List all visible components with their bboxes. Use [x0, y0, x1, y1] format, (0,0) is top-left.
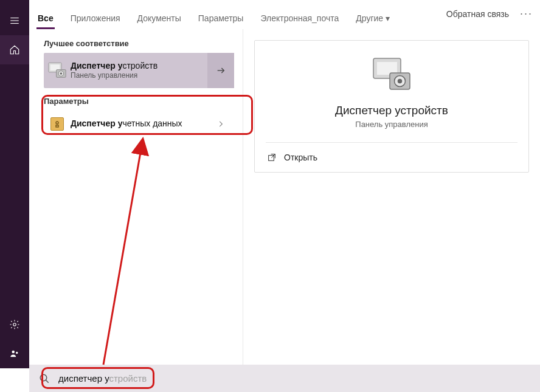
tab-all[interactable]: Все: [29, 13, 62, 29]
divider: [266, 142, 518, 143]
user-switch-icon: [9, 348, 20, 359]
expand-preview-button[interactable]: [207, 53, 234, 88]
preview-column: Диспетчер устройств Панель управления От…: [243, 29, 540, 365]
main-area: Лучшее соответствие Диспетчер устройств …: [29, 29, 540, 365]
tab-settings[interactable]: Параметры: [190, 13, 252, 29]
cortana-rail: [0, 0, 29, 368]
hamburger-icon: [9, 15, 20, 26]
svg-point-20: [40, 374, 47, 381]
svg-point-4: [12, 351, 15, 354]
tab-email[interactable]: Электронная_почта: [252, 13, 347, 29]
svg-line-19: [271, 154, 275, 158]
svg-point-17: [398, 79, 403, 84]
settings-group-label: Параметры: [44, 97, 234, 106]
credential-manager-icon: [44, 117, 71, 131]
svg-point-12: [56, 122, 58, 124]
preview-subtitle: Панель управления: [266, 120, 518, 129]
chevron-down-icon: ▾: [386, 13, 390, 23]
tab-more[interactable]: Другие▾: [347, 13, 398, 29]
svg-point-10: [60, 72, 63, 75]
switch-user-button[interactable]: [0, 339, 29, 368]
more-button[interactable]: ···: [520, 7, 533, 20]
gear-icon: [9, 319, 20, 330]
svg-line-21: [46, 380, 49, 383]
home-icon: [9, 44, 20, 55]
device-manager-icon: [44, 61, 71, 80]
home-button[interactable]: [0, 35, 29, 64]
feedback-link[interactable]: Обратная связь: [446, 9, 509, 19]
search-input[interactable]: диспетчер устройств: [58, 373, 147, 383]
result-title: Диспетчер учетных данных: [71, 119, 207, 129]
tab-documents[interactable]: Документы: [129, 13, 190, 29]
search-icon: [39, 373, 50, 384]
result-credential-manager[interactable]: Диспетчер учетных данных: [44, 111, 234, 137]
preview-title: Диспетчер устройств: [266, 104, 518, 117]
expand-preview-button[interactable]: [207, 106, 234, 142]
tab-apps[interactable]: Приложения: [62, 13, 129, 29]
best-match-label: Лучшее соответствие: [44, 39, 234, 48]
open-action[interactable]: Открыть: [266, 149, 518, 166]
open-label: Открыть: [284, 153, 317, 162]
search-bar[interactable]: диспетчер устройств: [29, 365, 540, 392]
preview-card: Диспетчер устройств Панель управления От…: [254, 40, 529, 173]
svg-point-3: [13, 323, 16, 326]
result-subtitle: Панель управления: [71, 71, 207, 80]
filter-tabs: Все Приложения Документы Параметры Элект…: [29, 0, 540, 29]
result-device-manager[interactable]: Диспетчер устройств Панель управления: [44, 53, 234, 88]
hamburger-button[interactable]: [0, 6, 29, 35]
rail-settings-button[interactable]: [0, 310, 29, 339]
result-title: Диспетчер устройств: [71, 61, 207, 72]
topbar-right: Обратная связь ···: [446, 7, 533, 20]
results-column: Лучшее соответствие Диспетчер устройств …: [29, 29, 243, 365]
open-icon: [267, 153, 277, 162]
preview-device-manager-icon: [370, 57, 414, 93]
svg-point-5: [16, 352, 18, 354]
